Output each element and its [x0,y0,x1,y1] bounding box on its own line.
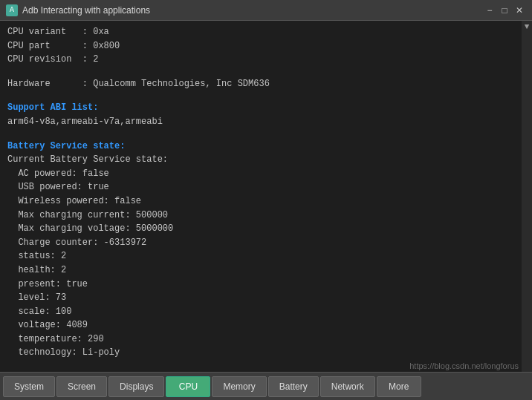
content-line: Hardware : Qualcomm Technologies, Inc SD… [7,77,514,91]
toolbar: SystemScreenDisplaysCPUMemoryBatteryNetw… [0,372,532,400]
toolbar-btn-system[interactable]: System [3,376,55,397]
titlebar: A Adb Interacting with applications − □ … [0,0,532,21]
content-line: Wireless powered: false [7,194,514,209]
minimize-button[interactable]: − [483,4,496,17]
content-line: temperature: 290 [7,332,514,347]
content-line: Battery Service state: [7,140,514,154]
right-indicator: ▼ [522,21,532,372]
content-line: level: 73 [7,291,514,305]
toolbar-btn-cpu[interactable]: CPU [166,376,210,397]
empty-line [7,129,514,140]
window-controls: − □ ✕ [483,4,526,17]
toolbar-btn-screen[interactable]: Screen [56,376,107,397]
maximize-button[interactable]: □ [498,4,511,17]
content-area: CPU variant : 0xaCPU part : 0x800CPU rev… [0,21,532,372]
content-line: AC powered: false [7,167,514,181]
content-line: Current Battery Service state: [7,153,514,167]
close-button[interactable]: ✕ [513,4,526,17]
content-line: scale: 100 [7,305,514,319]
toolbar-btn-more[interactable]: More [377,376,421,397]
window-title: Adb Interacting with applications [22,5,483,16]
toolbar-btn-network[interactable]: Network [320,376,375,397]
empty-line [7,360,514,370]
content-line: present: true [7,278,514,292]
content-line: USB powered: true [7,180,514,194]
empty-line [7,370,514,372]
content-line: Max charging current: 500000 [7,209,514,223]
app-icon: A [6,4,18,16]
content-line: status: 2 [7,249,514,263]
content-line: arm64-v8a,armeabi-v7a,armeabi [7,115,514,129]
content-line: CPU part : 0x800 [7,39,514,53]
empty-line [7,67,514,77]
content-line: CPU revision : 2 [7,53,514,67]
content-line: Max charging voltage: 5000000 [7,222,514,236]
content-line: technology: Li-poly [7,346,514,360]
toolbar-btn-battery[interactable]: Battery [268,376,319,397]
toolbar-btn-memory[interactable]: Memory [212,376,266,397]
empty-line [7,91,514,101]
content-line: voltage: 4089 [7,318,514,332]
content-line: Charge counter: -6313972 [7,236,514,250]
content-line: health: 2 [7,263,514,278]
toolbar-btn-displays[interactable]: Displays [108,376,164,397]
content-line: Support ABI list: [7,101,514,115]
scroll-arrow[interactable]: ▼ [525,22,530,31]
content-line: CPU variant : 0xa [7,25,514,39]
text-content[interactable]: CPU variant : 0xaCPU part : 0x800CPU rev… [0,21,522,372]
